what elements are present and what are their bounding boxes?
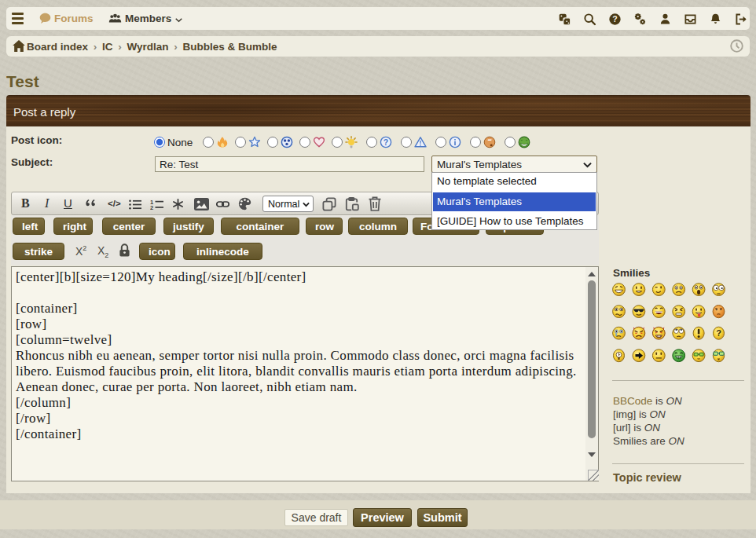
svg-text:?: ? [384,137,388,147]
svg-text:?: ? [612,14,617,24]
svg-text:?: ? [716,328,721,338]
svg-text:2: 2 [150,204,153,210]
